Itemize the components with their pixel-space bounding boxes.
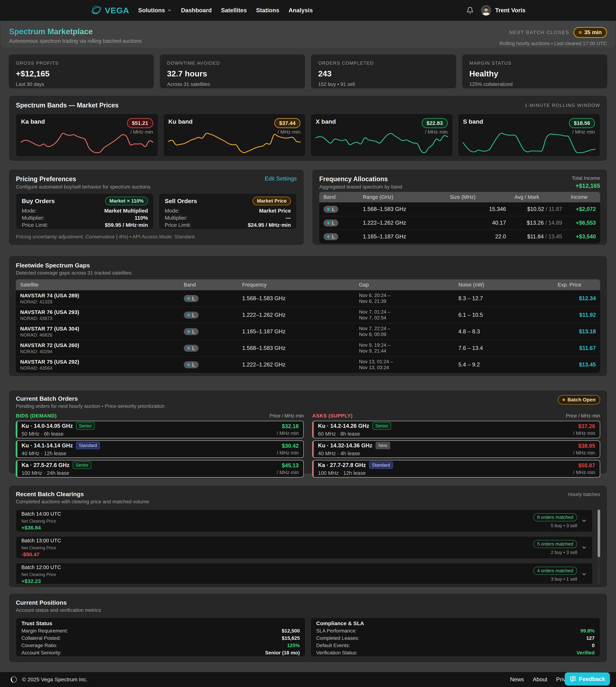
page-header: Spectrum Marketplace Autonomous spectrum… (1, 21, 615, 47)
stat-card-margin-status: MARGIN STATUS Healthy 125% collateralize… (462, 54, 608, 89)
sell-orders-card: Sell Orders Market Price Mode:Market Pri… (159, 193, 297, 229)
stat-cards: GROSS PROFITS +$12,165 Last 30 days DOWN… (8, 54, 608, 89)
chevron-down-icon[interactable] (581, 545, 587, 551)
clearing-row[interactable]: Batch 14:00 UTC Net Clearing Price +$36.… (16, 509, 593, 532)
clearings-scrollbar[interactable] (598, 509, 600, 584)
ask-order-card[interactable]: Ku · 14.2-14.26 GHz Senior 60 MHz · 8h l… (312, 421, 600, 438)
current-batch-orders-panel: Current Batch Orders Pending orders for … (8, 390, 608, 474)
ask-order-card[interactable]: Ku · 14.32-14.36 GHz New 40 MHz · 4h lea… (312, 440, 600, 458)
band-chip-l: L (324, 233, 338, 240)
navbar: VEGA Solutions Dashboard Satellites Stat… (0, 0, 616, 21)
user-menu[interactable]: Trent Voris (481, 5, 525, 16)
scrollbar-thumb[interactable] (598, 509, 600, 557)
batch-orders-title: Current Batch Orders (16, 395, 165, 402)
band-card-ku: Ku band $37.44 / MHz·min (163, 114, 306, 156)
ku-band-sparkline (168, 133, 301, 153)
batch-open-pill: Batch Open (558, 395, 600, 405)
vega-logo[interactable]: VEGA (91, 4, 129, 16)
band-price-pill: $51.21 (127, 118, 153, 128)
spectrum-bands-panel: Spectrum Bands — Market Prices 1-MINUTE … (8, 95, 608, 161)
auction-note: Rolling hourly auctions • Last cleared 1… (500, 41, 607, 46)
nav-item-solutions[interactable]: Solutions (138, 7, 172, 14)
gaps-subtitle: Detected coverage gaps across 31 tracked… (16, 270, 132, 276)
bids-label: BIDS (DEMAND) (16, 413, 57, 419)
clearings-list: Batch 14:00 UTC Net Clearing Price +$36.… (16, 509, 593, 584)
nav-item-satellites[interactable]: Satellites (221, 7, 247, 14)
band-chip-l: L (184, 361, 199, 368)
band-dot-icon (187, 363, 190, 366)
page-title: Spectrum Marketplace (9, 27, 93, 36)
total-income-label: Total Income (572, 175, 600, 181)
band-dot-icon (187, 347, 190, 349)
next-batch-timer-pill: 35 min (574, 27, 607, 38)
band-dot-icon (187, 314, 190, 316)
band-price-pill: $18.56 (569, 118, 595, 128)
rolling-window-label: 1-MINUTE ROLLING WINDOW (525, 102, 600, 108)
seniority-badge: Senior (373, 422, 391, 430)
ask-order-card[interactable]: Ka · 27.7-27.8 GHz Standard 100 MHz · 12… (312, 460, 600, 478)
seniority-badge: Standard (76, 442, 100, 449)
band-chip-l: L (184, 295, 199, 302)
gap-row: NAVSTAR 77 (USA 304)NORAD: 46826 L 1.165… (16, 323, 600, 340)
allocation-row: L 1.222–1.262 GHz 40.17 $13.26 / 14.89 +… (319, 216, 600, 230)
next-batch-label: NEXT BATCH CLOSES (509, 30, 569, 35)
clearing-row[interactable]: Batch 13:00 UTC Net Clearing Price -$50.… (16, 536, 593, 559)
user-name: Trent Voris (495, 7, 525, 14)
stat-card-orders-completed: ORDERS COMPLETED 243 152 buy • 91 sell (311, 54, 456, 89)
vega-logo-icon (91, 4, 102, 16)
allocations-table: Band Range (GHz) Size (MHz) Avg / Mark I… (319, 192, 600, 243)
chevron-down-icon[interactable] (581, 518, 587, 524)
nav-item-analysis[interactable]: Analysis (289, 7, 313, 14)
band-dot-icon (187, 330, 190, 333)
pricing-preferences-panel: Pricing Preferences Configure automated … (8, 169, 304, 245)
edit-settings-link[interactable]: Edit Settings (265, 175, 297, 182)
gap-row: NAVSTAR 75 (USA 292)NORAD: 43564 L 1.222… (16, 357, 600, 373)
bids-column: BIDS (DEMAND) Price / MHz·min Ku · 14.0-… (16, 413, 304, 478)
fleetwide-gaps-panel: Fleetwide Spectrum Gaps Detected coverag… (8, 256, 608, 376)
orders-matched-pill: 8 orders matched (533, 513, 577, 521)
chevron-down-icon[interactable] (581, 571, 587, 577)
band-chip-l: L (184, 328, 199, 335)
footer: © 2025 Vega Spectrum Inc. News About Pri… (0, 672, 616, 687)
s-band-sparkline (462, 133, 596, 153)
page-subtitle: Autonomous spectrum trading via rolling … (9, 38, 142, 44)
band-dot-icon (327, 235, 330, 238)
copyright-text: © 2025 Vega Spectrum Inc. (22, 677, 88, 683)
gap-row: NAVSTAR 72 (USA 260)NORAD: 40294 L 1.568… (16, 340, 600, 357)
ka-band-sparkline (20, 133, 154, 153)
bands-title: Spectrum Bands — Market Prices (16, 101, 118, 109)
nav-item-dashboard[interactable]: Dashboard (181, 7, 212, 14)
buy-orders-card: Buy Orders Market × 110% Mode:Market Mul… (16, 193, 154, 229)
orders-matched-pill: 5 orders matched (533, 540, 577, 548)
footer-link-about[interactable]: About (533, 676, 547, 683)
notifications-bell-icon[interactable] (466, 6, 474, 14)
footer-link-news[interactable]: News (510, 676, 524, 683)
pricing-subtitle: Configure automated buy/sell behavior fo… (16, 184, 150, 190)
stat-card-downtime-avoided: DOWNTIME AVOIDED 32.7 hours Across 31 sa… (160, 54, 305, 89)
buy-mode-pill: Market × 110% (105, 197, 148, 205)
seniority-badge: New (376, 442, 390, 449)
band-dot-icon (327, 208, 330, 211)
nav-item-stations[interactable]: Stations (256, 7, 279, 14)
sell-mode-pill: Market Price (252, 197, 291, 205)
clearings-title: Recent Batch Clearings (16, 491, 149, 498)
positions-title: Current Positions (16, 599, 101, 606)
band-price-pill: $22.83 (422, 118, 448, 128)
bid-order-card[interactable]: Ku · 14.0-14.05 GHz Senior 50 MHz · 6h l… (16, 421, 304, 438)
clearing-row[interactable]: Batch 12:00 UTC Net Clearing Price +$32.… (16, 563, 593, 584)
allocations-subtitle: Aggregated leased spectrum by band (319, 184, 402, 190)
feedback-label: Feedback (579, 676, 605, 682)
vega-logo-text: VEGA (105, 5, 129, 15)
bid-order-card[interactable]: Ka · 27.5-27.6 GHz Senior 100 MHz · 24h … (16, 460, 304, 478)
band-dot-icon (327, 222, 330, 224)
gap-row: NAVSTAR 76 (USA 293)NORAD: 43873 L 1.222… (16, 307, 600, 323)
gaps-table: Satellite Band Frequency Gap Noise (nW) … (16, 279, 600, 373)
pricing-note: Pricing uncertainty adjustment: Conserva… (16, 234, 297, 239)
allocations-title: Frequency Allocations (319, 175, 402, 183)
bid-order-card[interactable]: Ku · 14.1-14.14 GHz Standard 40 MHz · 12… (16, 440, 304, 458)
allocation-row: L 1.165–1.187 GHz 22.0 $11.84 / 13.45 +$… (319, 230, 600, 244)
asks-label: ASKS (SUPPLY) (312, 413, 353, 419)
feedback-button[interactable]: Feedback (565, 672, 610, 686)
stat-card-gross-profits: GROSS PROFITS +$12,165 Last 30 days (8, 54, 154, 89)
band-card-ka: Ka band $51.21 / MHz·min (16, 114, 158, 156)
